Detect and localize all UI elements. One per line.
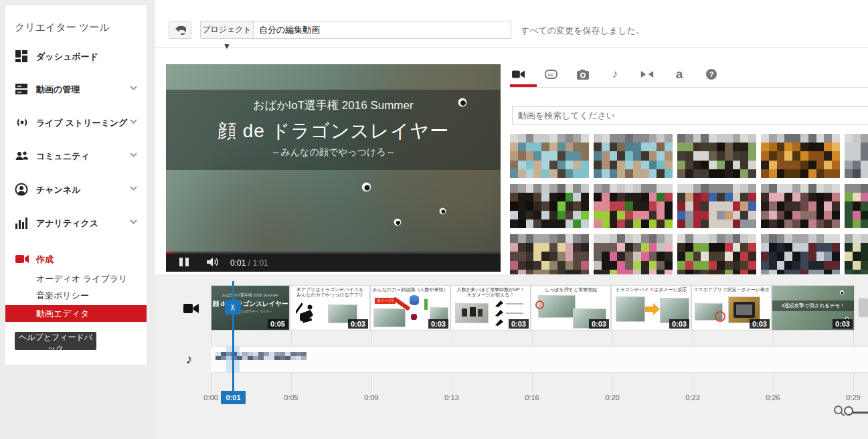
back-button[interactable] — [169, 21, 191, 39]
sidebar-item-live-streaming[interactable]: ライブ ストリーミング — [5, 114, 147, 131]
sidebar-item-audio-library[interactable]: オーディオ ライブラリ — [36, 273, 147, 288]
sidebar-item-music-policy[interactable]: 音楽ポリシー — [36, 290, 147, 304]
sidebar-item-label: 動画の管理 — [36, 84, 80, 96]
red-circle-marker — [715, 311, 725, 322]
zoom-slider-track[interactable] — [852, 412, 868, 414]
clip-duration-badge: 0:03 — [833, 319, 853, 329]
question-glyph: ? — [706, 69, 717, 80]
video-result-thumbnail[interactable] — [761, 184, 840, 228]
sidebar-item-video-editor-selected[interactable]: 動画エディタ — [5, 305, 147, 322]
clip-caption: ドラゴンデバイスはダメージ反応 — [613, 287, 689, 292]
clip-duration-badge: 0:03 — [750, 319, 770, 329]
video-result-thumbnail[interactable] — [594, 134, 673, 178]
video-search-input[interactable] — [512, 106, 868, 124]
analytics-icon — [15, 216, 28, 230]
video-result-thumbnail[interactable] — [677, 134, 756, 178]
text-a-glyph: a — [676, 68, 683, 81]
video-result-thumbnail[interactable] — [845, 184, 868, 228]
phone-screen — [736, 304, 752, 315]
timeline-clip-8[interactable]: 3連続攻撃で倒されるデモ！ 0:03 — [772, 285, 855, 331]
timeline-clip-7[interactable]: スマホアプリで実況・ダメージ表示 0:03 — [691, 285, 772, 331]
chevron-down-icon — [130, 186, 137, 191]
back-arrow-icon — [169, 25, 191, 35]
current-time: 0:01 — [230, 258, 246, 268]
help-feedback-button[interactable]: ヘルプとフィードバック — [15, 332, 96, 350]
video-result-thumbnail[interactable] — [510, 234, 589, 274]
video-result-thumbnail[interactable] — [510, 134, 589, 178]
timeline-clip-1[interactable]: おばかIoT選手権 2016 Summer 顔 de ドラゴンスレイヤー ～みん… — [211, 285, 290, 331]
video-player[interactable]: おばかIoT選手権 2016 Summer 顔 de ドラゴンスレイヤー ～みん… — [166, 64, 501, 272]
zoom-slider-knob[interactable] — [844, 406, 853, 416]
clip-caption: 本アプリはドラゴンデバイスを — [296, 287, 363, 292]
video-result-thumbnail[interactable] — [594, 234, 673, 274]
tab-video-camera-icon[interactable] — [512, 67, 525, 82]
attack-glyph — [495, 319, 503, 326]
video-result-thumbnail[interactable] — [510, 184, 589, 228]
cc-glyph: cc — [545, 70, 557, 79]
sidebar-item-community[interactable]: コミュニティ — [5, 147, 147, 165]
sidebar-item-label: チャンネル — [36, 184, 81, 196]
sidebar-item-label: コミュニティ — [36, 151, 90, 163]
video-result-thumbnail[interactable] — [761, 134, 840, 178]
video-result-thumbnail[interactable] — [761, 234, 840, 274]
playhead-time-badge[interactable]: 0:01 — [221, 391, 246, 404]
googly-eye — [839, 290, 845, 295]
total-duration: 1:01 — [252, 258, 268, 268]
volume-icon[interactable] — [206, 257, 220, 270]
video-manager-icon — [15, 82, 28, 96]
timeline-clip-4[interactable]: 人数が多いほど攻撃回数がUP！ 大ダメージが狙える！ 0:03 — [450, 285, 531, 331]
googly-eye — [361, 182, 371, 192]
tab-captions-icon[interactable]: cc — [544, 67, 557, 82]
chevron-down-icon — [130, 153, 137, 157]
clip-duration-badge: 0:05 — [268, 319, 288, 329]
audio-track-icon: ♪ — [186, 352, 193, 367]
progress-played — [166, 252, 173, 254]
video-result-thumbnail[interactable] — [677, 234, 756, 274]
sidebar-title: クリエイター ツール — [15, 21, 110, 34]
tiny-text-line — [506, 303, 523, 304]
sidebar-item-label: アナリティクス — [36, 217, 98, 230]
ruler-label: 0:23 — [673, 393, 713, 402]
tab-text-icon[interactable]: a — [673, 67, 686, 82]
clip-title-line2: 顔 de ドラゴンスレイヤー — [211, 300, 289, 309]
tab-transition-icon[interactable] — [640, 67, 654, 82]
sidebar-item-video-manager[interactable]: 動画の管理 — [5, 80, 147, 98]
chevron-down-icon — [130, 220, 137, 224]
sidebar-item-channel[interactable]: チャンネル — [5, 181, 147, 198]
cylinder-shape — [410, 295, 419, 305]
audio-track[interactable] — [211, 346, 868, 373]
tab-help-icon[interactable]: ? — [705, 67, 718, 82]
pause-button[interactable] — [179, 258, 189, 266]
timeline-clip-2[interactable]: 本アプリはドラゴンデバイスを みんなの力でやっつけるアプリ 0:03 — [290, 285, 370, 331]
timeline-clip-6[interactable]: ドラゴンデバイスはダメージ反応 0:03 — [611, 285, 691, 331]
player-control-bar: 0:01 / 1:01 — [166, 252, 501, 272]
video-result-thumbnail[interactable] — [845, 134, 868, 178]
video-result-thumbnail[interactable] — [594, 184, 673, 228]
time-separator: / — [246, 258, 252, 268]
live-streaming-icon — [15, 116, 28, 129]
ruler-label: 0:29 — [833, 393, 868, 402]
video-result-thumbnail[interactable] — [677, 184, 756, 228]
timeline-clip-3[interactable]: みんなの力＝顔認識（人数や表情） ダメージ!! 0:03 — [370, 285, 450, 331]
chevron-down-icon — [130, 119, 137, 124]
sidebar-item-create[interactable]: 作成 — [5, 250, 147, 268]
sidebar-item-analytics[interactable]: アナリティクス — [5, 214, 147, 232]
clip-caption: 人数が多いほど攻撃回数がUP！ — [456, 287, 525, 292]
video-result-thumbnail[interactable] — [845, 234, 868, 274]
sidebar-item-dashboard[interactable]: ダッシュボード — [5, 48, 147, 65]
video-frame[interactable]: おばかIoT選手権 2016 Summer 顔 de ドラゴンスレイヤー ～みん… — [166, 64, 501, 252]
clip-duration-badge: 0:03 — [348, 319, 368, 329]
tab-photo-camera-icon[interactable] — [576, 67, 590, 82]
playhead-scissors-handle[interactable]: ✂ — [225, 300, 241, 315]
project-name-input[interactable] — [253, 21, 511, 39]
player-progress-bar[interactable] — [166, 252, 501, 254]
project-dropdown-button[interactable]: プロジェクト ▼ — [200, 21, 254, 39]
timeline-clip-5[interactable]: しっぽを押すと攻撃開始 0:03 — [531, 285, 611, 331]
playhead-line[interactable] — [232, 281, 234, 392]
community-icon — [15, 149, 28, 163]
tab-audio-icon[interactable]: ♪ — [608, 67, 622, 82]
topbar-divider — [155, 47, 868, 48]
silhouette-figure — [296, 302, 316, 325]
timeline-zoom-control — [828, 404, 868, 422]
timeline-scroll-handle[interactable] — [859, 298, 868, 317]
